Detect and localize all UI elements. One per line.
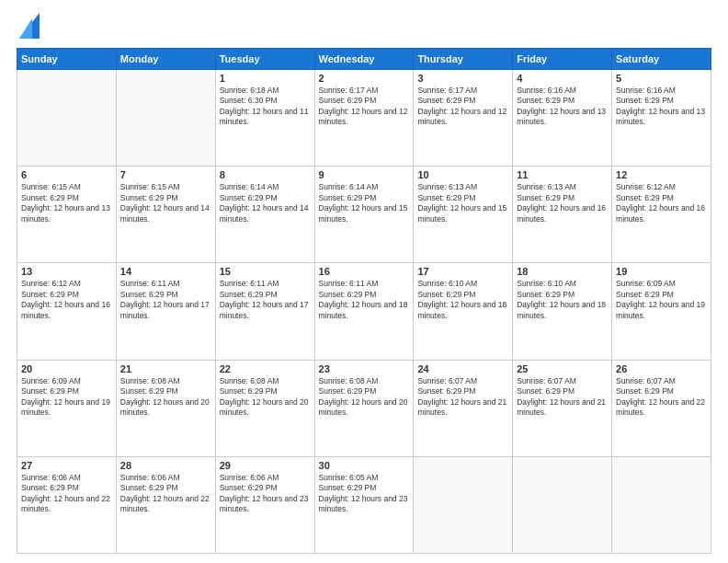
day-info: Sunrise: 6:10 AM Sunset: 6:29 PM Dayligh…	[417, 279, 508, 321]
day-info: Sunrise: 6:11 AM Sunset: 6:29 PM Dayligh…	[319, 279, 410, 321]
day-info: Sunrise: 6:13 AM Sunset: 6:29 PM Dayligh…	[517, 182, 608, 224]
calendar-cell: 25Sunrise: 6:07 AM Sunset: 6:29 PM Dayli…	[513, 360, 612, 456]
day-number: 9	[319, 169, 410, 180]
calendar-cell	[116, 70, 215, 167]
calendar-cell: 29Sunrise: 6:06 AM Sunset: 6:29 PM Dayli…	[215, 456, 314, 553]
calendar-cell: 6Sunrise: 6:15 AM Sunset: 6:29 PM Daylig…	[17, 167, 117, 263]
day-number: 21	[120, 363, 211, 374]
day-info: Sunrise: 6:07 AM Sunset: 6:29 PM Dayligh…	[616, 376, 707, 419]
calendar-cell: 20Sunrise: 6:09 AM Sunset: 6:29 PM Dayli…	[17, 360, 117, 456]
calendar-cell: 2Sunrise: 6:17 AM Sunset: 6:29 PM Daylig…	[314, 70, 414, 167]
calendar-cell	[612, 456, 711, 553]
calendar-cell	[414, 456, 513, 553]
header-day-sunday: Sunday	[17, 49, 117, 70]
day-info: Sunrise: 6:06 AM Sunset: 6:29 PM Dayligh…	[120, 473, 211, 515]
day-number: 8	[220, 169, 311, 180]
day-info: Sunrise: 6:06 AM Sunset: 6:29 PM Dayligh…	[220, 473, 311, 515]
day-number: 3	[417, 73, 508, 84]
calendar-header-row: SundayMondayTuesdayWednesdayThursdayFrid…	[17, 49, 711, 70]
day-number: 28	[120, 460, 211, 471]
day-info: Sunrise: 6:13 AM Sunset: 6:29 PM Dayligh…	[417, 182, 508, 224]
calendar-cell	[513, 456, 612, 553]
day-info: Sunrise: 6:06 AM Sunset: 6:29 PM Dayligh…	[21, 473, 112, 515]
day-info: Sunrise: 6:10 AM Sunset: 6:29 PM Dayligh…	[517, 279, 608, 321]
day-info: Sunrise: 6:12 AM Sunset: 6:29 PM Dayligh…	[21, 279, 112, 321]
day-number: 17	[417, 266, 508, 277]
day-number: 23	[319, 363, 410, 374]
day-number: 24	[417, 363, 508, 374]
calendar-cell: 17Sunrise: 6:10 AM Sunset: 6:29 PM Dayli…	[414, 263, 513, 360]
day-number: 4	[517, 73, 608, 84]
day-number: 13	[21, 266, 112, 277]
calendar-week-5: 27Sunrise: 6:06 AM Sunset: 6:29 PM Dayli…	[17, 456, 711, 553]
day-info: Sunrise: 6:07 AM Sunset: 6:29 PM Dayligh…	[417, 376, 508, 419]
calendar-cell: 7Sunrise: 6:15 AM Sunset: 6:29 PM Daylig…	[116, 167, 215, 263]
day-info: Sunrise: 6:14 AM Sunset: 6:29 PM Dayligh…	[220, 182, 311, 224]
day-info: Sunrise: 6:17 AM Sunset: 6:29 PM Dayligh…	[417, 86, 508, 128]
calendar-cell: 16Sunrise: 6:11 AM Sunset: 6:29 PM Dayli…	[314, 263, 414, 360]
day-number: 18	[517, 266, 608, 277]
day-number: 6	[21, 169, 112, 180]
day-number: 26	[616, 363, 707, 374]
day-number: 16	[319, 266, 410, 277]
day-info: Sunrise: 6:08 AM Sunset: 6:29 PM Dayligh…	[120, 376, 211, 419]
day-info: Sunrise: 6:15 AM Sunset: 6:29 PM Dayligh…	[120, 182, 211, 224]
calendar-cell: 27Sunrise: 6:06 AM Sunset: 6:29 PM Dayli…	[17, 456, 117, 553]
calendar-cell: 3Sunrise: 6:17 AM Sunset: 6:29 PM Daylig…	[414, 70, 513, 167]
day-info: Sunrise: 6:18 AM Sunset: 6:30 PM Dayligh…	[220, 86, 311, 128]
calendar-cell: 19Sunrise: 6:09 AM Sunset: 6:29 PM Dayli…	[612, 263, 711, 360]
header-day-monday: Monday	[116, 49, 215, 70]
calendar-week-4: 20Sunrise: 6:09 AM Sunset: 6:29 PM Dayli…	[17, 360, 711, 456]
day-number: 20	[21, 363, 112, 374]
calendar-cell: 21Sunrise: 6:08 AM Sunset: 6:29 PM Dayli…	[116, 360, 215, 456]
calendar-cell: 30Sunrise: 6:05 AM Sunset: 6:29 PM Dayli…	[314, 456, 414, 553]
day-number: 5	[616, 73, 707, 84]
calendar-cell: 28Sunrise: 6:06 AM Sunset: 6:29 PM Dayli…	[116, 456, 215, 553]
header-day-wednesday: Wednesday	[314, 49, 414, 70]
day-info: Sunrise: 6:11 AM Sunset: 6:29 PM Dayligh…	[120, 279, 211, 321]
day-info: Sunrise: 6:09 AM Sunset: 6:29 PM Dayligh…	[21, 376, 112, 419]
day-number: 10	[417, 169, 508, 180]
calendar-cell: 22Sunrise: 6:08 AM Sunset: 6:29 PM Dayli…	[215, 360, 314, 456]
day-info: Sunrise: 6:08 AM Sunset: 6:29 PM Dayligh…	[319, 376, 410, 419]
calendar-cell: 23Sunrise: 6:08 AM Sunset: 6:29 PM Dayli…	[314, 360, 414, 456]
calendar-week-3: 13Sunrise: 6:12 AM Sunset: 6:29 PM Dayli…	[17, 263, 711, 360]
calendar-week-2: 6Sunrise: 6:15 AM Sunset: 6:29 PM Daylig…	[17, 167, 711, 263]
day-number: 25	[517, 363, 608, 374]
calendar-cell: 4Sunrise: 6:16 AM Sunset: 6:29 PM Daylig…	[513, 70, 612, 167]
day-info: Sunrise: 6:07 AM Sunset: 6:29 PM Dayligh…	[517, 376, 608, 419]
header-day-tuesday: Tuesday	[215, 49, 314, 70]
day-number: 29	[220, 460, 311, 471]
calendar-cell: 10Sunrise: 6:13 AM Sunset: 6:29 PM Dayli…	[414, 167, 513, 263]
logo	[17, 17, 40, 39]
calendar-cell: 8Sunrise: 6:14 AM Sunset: 6:29 PM Daylig…	[215, 167, 314, 263]
day-number: 15	[220, 266, 311, 277]
day-info: Sunrise: 6:15 AM Sunset: 6:29 PM Dayligh…	[21, 182, 112, 224]
calendar-cell: 9Sunrise: 6:14 AM Sunset: 6:29 PM Daylig…	[314, 167, 414, 263]
svg-marker-1	[19, 18, 32, 39]
header	[17, 17, 711, 39]
day-number: 11	[517, 169, 608, 180]
page: SundayMondayTuesdayWednesdayThursdayFrid…	[0, 0, 728, 563]
day-info: Sunrise: 6:16 AM Sunset: 6:29 PM Dayligh…	[616, 86, 707, 128]
day-info: Sunrise: 6:16 AM Sunset: 6:29 PM Dayligh…	[517, 86, 608, 128]
calendar-cell: 18Sunrise: 6:10 AM Sunset: 6:29 PM Dayli…	[513, 263, 612, 360]
header-day-friday: Friday	[513, 49, 612, 70]
calendar-cell: 14Sunrise: 6:11 AM Sunset: 6:29 PM Dayli…	[116, 263, 215, 360]
day-number: 30	[319, 460, 410, 471]
calendar-cell: 5Sunrise: 6:16 AM Sunset: 6:29 PM Daylig…	[612, 70, 711, 167]
day-number: 19	[616, 266, 707, 277]
calendar-cell: 15Sunrise: 6:11 AM Sunset: 6:29 PM Dayli…	[215, 263, 314, 360]
day-info: Sunrise: 6:11 AM Sunset: 6:29 PM Dayligh…	[220, 279, 311, 321]
day-number: 7	[120, 169, 211, 180]
calendar-table: SundayMondayTuesdayWednesdayThursdayFrid…	[17, 48, 711, 554]
day-info: Sunrise: 6:08 AM Sunset: 6:29 PM Dayligh…	[220, 376, 311, 419]
calendar-cell: 13Sunrise: 6:12 AM Sunset: 6:29 PM Dayli…	[17, 263, 117, 360]
day-info: Sunrise: 6:17 AM Sunset: 6:29 PM Dayligh…	[319, 86, 410, 128]
calendar-cell: 1Sunrise: 6:18 AM Sunset: 6:30 PM Daylig…	[215, 70, 314, 167]
calendar-cell: 11Sunrise: 6:13 AM Sunset: 6:29 PM Dayli…	[513, 167, 612, 263]
day-number: 22	[220, 363, 311, 374]
day-number: 1	[220, 73, 311, 84]
logo-icon	[19, 13, 40, 39]
calendar-cell	[17, 70, 117, 167]
